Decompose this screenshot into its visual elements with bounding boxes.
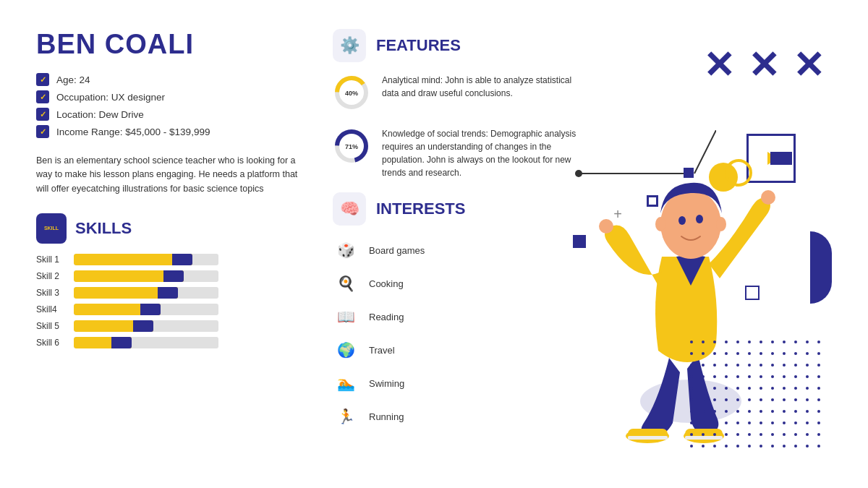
dot [794, 445, 797, 448]
skills-section: SKILL SKILLS Skill 1Skill 2Skill 3Skill4… [36, 213, 311, 348]
dot [702, 421, 705, 424]
interests-title: INTERESTS [376, 200, 465, 218]
interest-label: Board games [369, 245, 425, 256]
dot [713, 445, 716, 448]
skill-bar-fill [74, 270, 184, 282]
dot [794, 433, 797, 436]
dot [806, 410, 809, 413]
skill-bar-fill [74, 287, 178, 299]
dot [736, 398, 739, 401]
interest-label: Swiming [369, 378, 404, 389]
features-title: FEATURES [376, 36, 461, 55]
left-column: BEN COALI Age: 24 Occupation: UX designe… [36, 29, 311, 459]
dot [760, 352, 762, 355]
interests-section: 🧠 INTERESTS 🎲Board games🍳Cooking📖Reading… [333, 192, 579, 429]
dot [725, 352, 728, 355]
interest-item: 🏊Swiming [333, 370, 579, 396]
dot [771, 341, 774, 343]
dot [725, 433, 728, 436]
interest-label: Reading [369, 312, 404, 322]
dot [748, 433, 751, 436]
dot [748, 364, 751, 367]
dot [736, 375, 739, 378]
check-occupation [36, 90, 49, 103]
dot [760, 433, 762, 436]
skill-row: Skill 3 [36, 287, 311, 299]
dot [725, 375, 728, 378]
check-income [36, 125, 49, 138]
dot [794, 352, 797, 355]
interest-icon: 🏃 [333, 403, 359, 429]
dot [702, 364, 705, 367]
skills-list: Skill 1Skill 2Skill 3Skill4Skill 5Skill … [36, 254, 311, 348]
dot [736, 433, 739, 436]
dot [702, 375, 705, 378]
dot [690, 387, 693, 390]
dot [690, 341, 693, 343]
dot [760, 421, 762, 424]
skill-row: Skill 2 [36, 270, 311, 282]
dot [806, 341, 809, 343]
donut-chart: 71% [333, 127, 370, 168]
svg-rect-14 [628, 436, 668, 440]
info-list: Age: 24 Occupation: UX designer Location… [36, 73, 311, 138]
dot [725, 398, 728, 401]
dot [760, 375, 762, 378]
svg-point-18 [696, 215, 703, 223]
skill-label: Skill 6 [36, 338, 74, 348]
occupation-item: Occupation: UX designer [36, 90, 311, 103]
interest-item: 🍳Cooking [333, 270, 579, 296]
dot [806, 375, 809, 378]
dot [690, 364, 693, 367]
dot [771, 421, 774, 424]
interest-item: 🎲Board games [333, 237, 579, 263]
dot [794, 364, 797, 367]
skill-bar-bg [74, 304, 218, 315]
dot [690, 445, 693, 448]
dot [771, 375, 774, 378]
features-icon: ⚙️ [333, 29, 366, 62]
dot [702, 433, 705, 436]
dot [771, 364, 774, 367]
dot [713, 352, 716, 355]
dot [690, 375, 693, 378]
feature-text: Knowledge of social trends: Demographic … [382, 127, 579, 179]
svg-text:71%: 71% [345, 143, 358, 150]
dot [817, 352, 820, 355]
dot [748, 352, 751, 355]
dot [702, 387, 705, 390]
dot [748, 375, 751, 378]
location-item: Location: Dew Drive [36, 108, 311, 121]
dot [806, 352, 809, 355]
dot [748, 341, 751, 343]
skill-row: Skill 6 [36, 337, 311, 348]
skill-bar-fill [74, 337, 132, 348]
dot [783, 433, 786, 436]
dot [702, 398, 705, 401]
dot [748, 445, 751, 448]
dot [806, 445, 809, 448]
feature-item: 71% Knowledge of social trends: Demograp… [333, 127, 579, 179]
interests-header: 🧠 INTERESTS [333, 192, 579, 226]
dot [748, 410, 751, 413]
dot [783, 375, 786, 378]
dot [771, 445, 774, 448]
dot [771, 398, 774, 401]
dot [736, 352, 739, 355]
profile-name: BEN COALI [36, 29, 311, 60]
dot [736, 410, 739, 413]
interests-list: 🎲Board games🍳Cooking📖Reading🌍Travel🏊Swim… [333, 237, 579, 429]
dot [760, 410, 762, 413]
donut-chart: 40% [333, 74, 370, 114]
dot [748, 387, 751, 390]
skill-row: Skill 5 [36, 320, 311, 332]
skill-label: Skill4 [36, 304, 74, 314]
income-item: Income Range: $45,000 - $139,999 [36, 125, 311, 138]
dot [713, 410, 716, 413]
dot [690, 398, 693, 401]
dot [771, 433, 774, 436]
dot [783, 421, 786, 424]
dot [760, 445, 762, 448]
dot [736, 364, 739, 367]
check-location [36, 108, 49, 121]
